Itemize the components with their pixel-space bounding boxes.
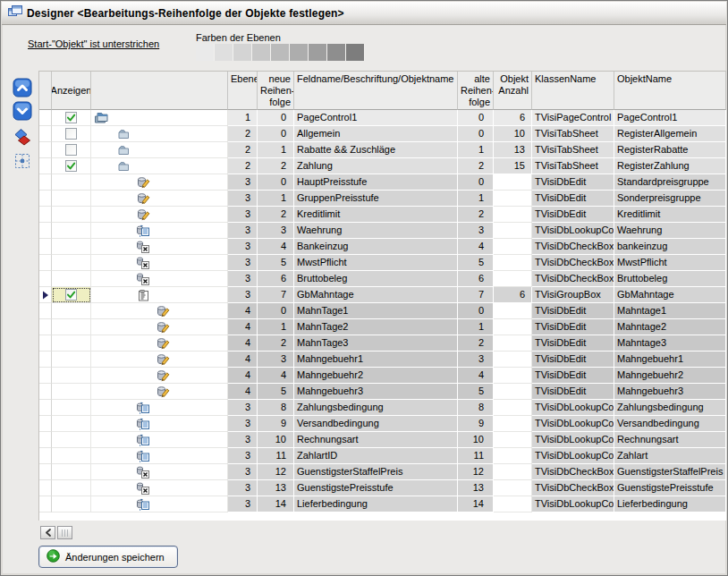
table-row[interactable]: 10PageControl106TVisiPageControlPageCont…: [39, 110, 726, 126]
level-color-swatch-1: [196, 44, 215, 61]
show-checkbox[interactable]: [65, 289, 77, 301]
db-edit-icon: [136, 191, 150, 206]
table-row[interactable]: 43Mahngebuehr13TVisiDbEditMahngebuehr1: [39, 352, 726, 368]
anzeigen-cell[interactable]: [52, 110, 91, 126]
scrollbar-grip-icon: [62, 529, 68, 537]
db-checkbox-icon: [136, 465, 150, 479]
table-row[interactable]: 310Rechnungsart10TVisiDbLookupComlRechnu…: [39, 432, 726, 448]
table-row[interactable]: 40MahnTage10TVisiDbEditMahntage1: [39, 303, 726, 319]
cell-ebene: 1: [228, 110, 258, 126]
cell-feldname: Lieferbedingung: [294, 496, 458, 512]
cell-feldname: Bankeinzug: [294, 239, 458, 255]
scrollbar-thumb[interactable]: [57, 526, 72, 539]
table-row[interactable]: 21Rabatte && Zuschläge113TVisiTabSheetRe…: [39, 142, 726, 158]
table-row[interactable]: 31GruppenPreisstufe1TVisiDbEditSonderpre…: [39, 191, 726, 207]
cell-objektname: Mahngebuehr3: [614, 384, 726, 400]
cell-objekt-anzahl: [494, 464, 532, 480]
show-checkbox[interactable]: [65, 128, 77, 140]
db-checkbox-icon: [136, 272, 150, 286]
cell-ebene: 3: [228, 255, 258, 271]
db-checkbox-icon: [136, 240, 150, 254]
cell-ebene: 4: [228, 335, 258, 352]
db-edit-icon: [156, 336, 170, 351]
cell-klassenname: TVisiDbEdit: [532, 319, 614, 335]
table-row[interactable]: 20Allgemein010TVisiTabSheetRegisterAllge…: [39, 126, 726, 142]
cell-objektname: Versandbedingung: [614, 416, 726, 432]
cell-objektname: GuenstigstePreisstufe: [614, 480, 726, 496]
cell-neue-reihenfolge: 0: [258, 174, 294, 191]
table-row[interactable]: 37GbMahntage76TVisiGroupBoxGbMahntage: [39, 287, 726, 303]
cell-klassenname: TVisiDbEdit: [532, 368, 614, 384]
cell-objekt-anzahl: [494, 400, 532, 416]
level-color-swatch-4: [252, 44, 271, 61]
cell-alte-reihenfolge: 4: [458, 239, 494, 255]
cell-alte-reihenfolge: 3: [458, 223, 494, 239]
scroll-left-button[interactable]: [40, 526, 55, 539]
save-button-label: Änderungen speichern: [65, 552, 165, 563]
table-row[interactable]: 33Waehrung3TVisiDbLookupComlWaehrung: [39, 223, 726, 239]
column-header-objekt: ObjektName: [614, 72, 726, 110]
cell-objektname: bankeinzug: [614, 239, 726, 255]
cell-neue-reihenfolge: 3: [258, 352, 294, 368]
anzeigen-cell: [52, 319, 91, 335]
cell-alte-reihenfolge: 13: [458, 480, 494, 496]
tree-cell: [91, 191, 228, 207]
cell-objektname: Lieferbedingung: [614, 496, 726, 512]
table-row[interactable]: 44Mahngebuehr24TVisiDbEditMahngebuehr2: [39, 368, 726, 384]
titlebar[interactable]: Designer <Bearbeitungs-Reihenfolge der O…: [2, 2, 726, 25]
cell-objektname: RegisterZahlung: [614, 158, 726, 174]
table-row[interactable]: 41MahnTage21TVisiDbEditMahntage2: [39, 319, 726, 335]
move-up-button[interactable]: [13, 78, 32, 97]
show-checkbox[interactable]: [65, 144, 77, 156]
anzeigen-cell[interactable]: [52, 158, 91, 174]
cell-klassenname: TVisiTabSheet: [532, 126, 614, 142]
anzeigen-cell: [52, 416, 91, 432]
cell-objekt-anzahl: [494, 448, 532, 464]
table-row[interactable]: 311ZahlartID11TVisiDbLookupComlZahlart: [39, 448, 726, 464]
anzeigen-cell[interactable]: [52, 142, 91, 158]
column-header-alte: alte Reihen- folge: [458, 72, 494, 110]
chevron-down-icon: [13, 101, 32, 121]
cell-alte-reihenfolge: 0: [458, 110, 494, 126]
move-down-button[interactable]: [13, 101, 32, 121]
table-row[interactable]: 32Kreditlimit2TVisiDbEditKreditlimit: [39, 207, 726, 223]
cell-neue-reihenfolge: 1: [258, 319, 294, 335]
table-row[interactable]: 34Bankeinzug4TVisiDbCheckBoxbankeinzug: [39, 239, 726, 255]
cell-neue-reihenfolge: 1: [258, 142, 294, 158]
table-row[interactable]: 42MahnTage32TVisiDbEditMahntage3: [39, 335, 726, 352]
anzeigen-cell[interactable]: [52, 287, 91, 303]
table-row[interactable]: 38Zahlungsbedingung8TVisiDbLookupComlZah…: [39, 400, 726, 416]
table-row[interactable]: 312GuenstigsterStaffelPreis12TVisiDbChec…: [39, 464, 726, 480]
cell-objekt-anzahl: [494, 384, 532, 400]
table-row[interactable]: 22Zahlung215TVisiTabSheetRegisterZahlung: [39, 158, 726, 174]
tree-cell: [91, 271, 228, 287]
tabsheet-icon: [116, 127, 131, 141]
cell-feldname: Kreditlimit: [294, 207, 458, 223]
anzeigen-cell[interactable]: [52, 126, 91, 142]
cell-alte-reihenfolge: 1: [458, 319, 494, 335]
table-row[interactable]: 45Mahngebuehr35TVisiDbEditMahngebuehr3: [39, 384, 726, 400]
cell-alte-reihenfolge: 2: [458, 207, 494, 223]
arrange-button[interactable]: [13, 128, 32, 148]
tabsheet-icon: [116, 143, 131, 157]
table-row[interactable]: 39Versandbedingung9TVisiDbLookupComlVers…: [39, 416, 726, 432]
cell-feldname: PageControl1: [294, 110, 458, 126]
table-row[interactable]: 30HauptPreisstufe0TVisiDbEditStandardpre…: [39, 174, 726, 191]
table-row[interactable]: 313GuenstigstePreisstufe13TVisiDbCheckBo…: [39, 480, 726, 496]
show-checkbox[interactable]: [65, 112, 77, 123]
table-row[interactable]: 35MwstPflicht5TVisiDbCheckBoxMwstPflicht: [39, 255, 726, 271]
show-checkbox[interactable]: [65, 160, 77, 172]
cell-neue-reihenfolge: 4: [258, 239, 294, 255]
cell-objektname: RegisterRabatte: [614, 142, 726, 158]
tree-cell: [91, 174, 228, 191]
cell-alte-reihenfolge: 4: [458, 368, 494, 384]
save-changes-button[interactable]: Änderungen speichern: [38, 546, 178, 568]
tree-cell: [91, 255, 228, 271]
table-row[interactable]: 36Bruttobeleg6TVisiDbCheckBoxBruttobeleg: [39, 271, 726, 287]
cell-feldname: Rabatte && Zuschläge: [294, 142, 458, 158]
cell-ebene: 2: [228, 126, 258, 142]
table-row[interactable]: 314Lieferbedingung14TVisiDbLookupComlLie…: [39, 496, 726, 512]
column-header-anz: Anzeigen: [52, 72, 91, 110]
grid-button[interactable]: [13, 151, 32, 171]
cell-objekt-anzahl: [494, 335, 532, 352]
